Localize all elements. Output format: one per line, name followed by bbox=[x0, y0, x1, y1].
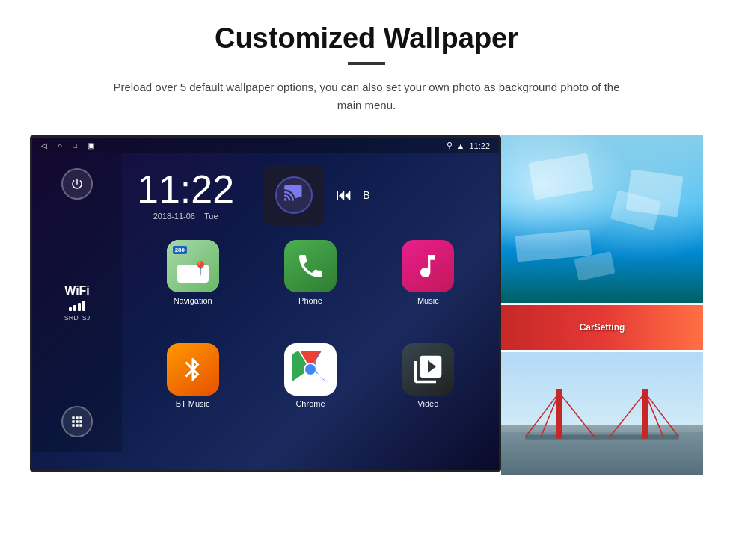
app-item-navigation[interactable]: 280 📍 Navigation bbox=[137, 240, 248, 337]
status-bar-left: ◁ ○ □ ▣ bbox=[41, 141, 94, 150]
svg-line-9 bbox=[526, 393, 559, 437]
chrome-icon bbox=[284, 343, 337, 396]
media-widget: ⏮ B bbox=[264, 165, 369, 225]
bt-music-icon bbox=[167, 343, 219, 396]
android-screen: ◁ ○ □ ▣ ⚲ ▲ 11:22 WiFi bbox=[30, 135, 501, 472]
music-icon bbox=[402, 240, 454, 292]
status-time: 11:22 bbox=[469, 141, 490, 150]
clock-date: 2018-11-06 Tue bbox=[137, 212, 234, 221]
signal-bar-3 bbox=[78, 303, 81, 311]
page-subtitle: Preload over 5 default wallpaper options… bbox=[105, 79, 628, 114]
bt-music-label: BT Music bbox=[176, 399, 210, 408]
signal-bar-1 bbox=[69, 307, 72, 311]
wifi-icon: ▲ bbox=[457, 141, 465, 150]
wallpaper-bridge[interactable] bbox=[501, 352, 703, 475]
chrome-label: Chrome bbox=[295, 399, 325, 408]
wallpaper-panel: CarSetting bbox=[501, 135, 703, 475]
status-bar-right: ⚲ ▲ 11:22 bbox=[447, 141, 490, 150]
location-icon: ⚲ bbox=[447, 141, 453, 150]
navigation-icon: 280 📍 bbox=[167, 240, 219, 292]
nav-pin-icon: 📍 bbox=[192, 260, 209, 277]
clock-area: 11:22 2018-11-06 Tue bbox=[122, 153, 499, 233]
clock-time: 11:22 bbox=[137, 170, 234, 209]
phone-label: Phone bbox=[298, 296, 322, 305]
carsetting-label: CarSetting bbox=[580, 322, 625, 333]
phone-icon bbox=[284, 240, 337, 292]
media-icon-box bbox=[264, 165, 324, 225]
status-bar: ◁ ○ □ ▣ ⚲ ▲ 11:22 bbox=[32, 138, 499, 153]
title-divider bbox=[348, 62, 385, 65]
recent-icon: □ bbox=[73, 141, 77, 150]
media-controls: ⏮ B bbox=[336, 185, 369, 205]
bridge-svg bbox=[521, 389, 683, 450]
apps-button[interactable] bbox=[61, 406, 93, 437]
screenshot-icon: ▣ bbox=[88, 141, 94, 150]
navigation-label: Navigation bbox=[174, 296, 212, 305]
svg-rect-6 bbox=[526, 435, 679, 440]
app-item-video[interactable]: Video bbox=[372, 343, 484, 440]
cast-icon bbox=[283, 182, 304, 208]
wifi-ssid: SRD_SJ bbox=[64, 314, 91, 321]
app-item-bt-music[interactable]: BT Music bbox=[137, 343, 248, 440]
carsetting-strip[interactable]: CarSetting bbox=[501, 305, 703, 350]
nav-badge: 280 bbox=[173, 246, 187, 254]
wallpaper-ice[interactable] bbox=[501, 135, 703, 303]
video-icon bbox=[402, 343, 454, 396]
video-label: Video bbox=[417, 399, 438, 408]
wifi-label: WiFi bbox=[64, 284, 91, 298]
app-grid: 280 📍 Navigation Phone bbox=[122, 233, 499, 452]
cast-icon-box bbox=[275, 176, 313, 214]
signal-bar-4 bbox=[82, 301, 85, 311]
back-icon: ◁ bbox=[41, 141, 47, 150]
app-item-chrome[interactable]: Chrome bbox=[254, 343, 366, 440]
home-icon: ○ bbox=[58, 141, 62, 150]
app-item-phone[interactable]: Phone bbox=[254, 240, 366, 337]
app-item-music[interactable]: Music bbox=[372, 240, 484, 337]
page-title: Customized Wallpaper bbox=[215, 22, 518, 55]
screen-center: 11:22 2018-11-06 Tue bbox=[122, 153, 499, 452]
clock-section: 11:22 2018-11-06 Tue bbox=[137, 170, 234, 221]
main-content: ◁ ○ □ ▣ ⚲ ▲ 11:22 WiFi bbox=[30, 135, 703, 475]
prev-track-icon[interactable]: ⏮ bbox=[336, 185, 352, 205]
svg-line-13 bbox=[610, 393, 645, 437]
music-label: Music bbox=[417, 296, 439, 305]
next-track-icon[interactable]: B bbox=[363, 189, 369, 201]
left-sidebar: WiFi SRD_SJ bbox=[32, 153, 122, 452]
svg-point-5 bbox=[305, 364, 316, 375]
wifi-widget: WiFi SRD_SJ bbox=[64, 284, 91, 321]
svg-line-16 bbox=[645, 393, 678, 437]
wifi-signal-bars bbox=[64, 301, 91, 311]
screen-body: WiFi SRD_SJ bbox=[32, 153, 499, 452]
svg-line-12 bbox=[559, 393, 595, 437]
power-button[interactable] bbox=[61, 168, 93, 200]
signal-bar-2 bbox=[73, 305, 76, 311]
